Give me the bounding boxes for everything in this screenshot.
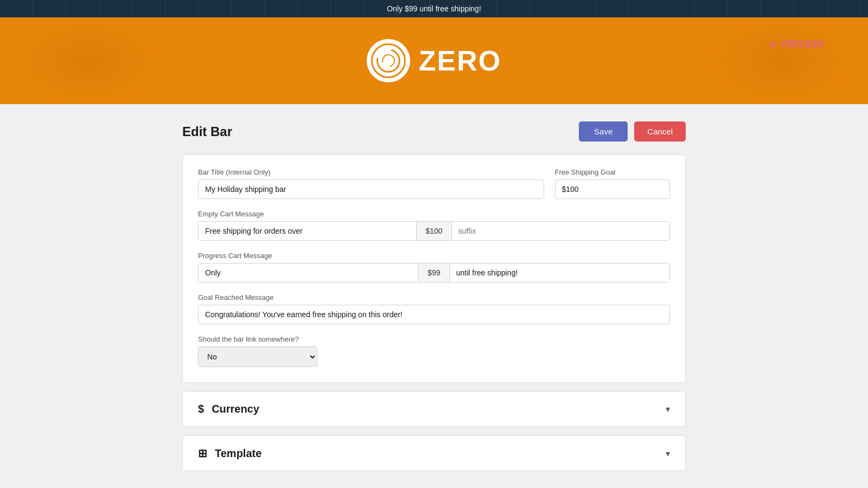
template-section: ⊞ Template ▾ (182, 435, 686, 471)
bar-title-label: Bar Title (Internal Only) (198, 168, 544, 176)
bar-title-group: Bar Title (Internal Only) (198, 168, 544, 199)
page-title: Edit Bar (182, 124, 232, 139)
store-logo: ZERO (367, 39, 501, 82)
template-chevron-icon: ▾ (666, 448, 670, 459)
currency-chevron-icon: ▾ (666, 404, 670, 414)
bar-link-select[interactable]: No Yes (198, 346, 317, 367)
bar-link-label: Should the bar link somewhere? (198, 335, 317, 343)
edit-bar-card: Bar Title (Internal Only) Free Shipping … (182, 155, 686, 383)
currency-title: $ Currency (198, 403, 259, 415)
free-shipping-goal-input[interactable] (555, 179, 671, 199)
empty-cart-label: Empty Cart Message (198, 210, 670, 218)
preview-badge: ↙ PREVIEW! (768, 37, 825, 50)
progress-cart-group: Progress Cart Message $99 (198, 252, 670, 282)
preview-label: PREVIEW! (782, 40, 825, 49)
currency-label: Currency (212, 403, 259, 415)
store-name: ZERO (419, 44, 501, 77)
template-title: ⊞ Template (198, 447, 261, 460)
logo-ring (372, 44, 405, 77)
empty-cart-fields: $100 (198, 221, 670, 241)
free-shipping-goal-label: Free Shipping Goal (555, 168, 671, 176)
progress-cart-prefix-input[interactable] (199, 264, 418, 282)
progress-cart-fields: $99 (198, 263, 670, 282)
goal-reached-input[interactable] (198, 305, 670, 324)
cancel-button[interactable]: Cancel (634, 121, 686, 142)
template-icon: ⊞ (198, 447, 207, 460)
empty-cart-prefix-input[interactable] (199, 222, 416, 240)
announcement-bar: Only $99 until free shipping! (0, 0, 868, 17)
preview-arrow-icon: ↙ (768, 37, 777, 50)
progress-cart-amount-badge: $99 (418, 264, 449, 282)
free-shipping-goal-group: Free Shipping Goal (555, 168, 671, 199)
logo-inner (371, 43, 406, 78)
dollar-sign-icon: $ (198, 403, 204, 415)
template-section-header[interactable]: ⊞ Template ▾ (183, 436, 685, 471)
progress-cart-suffix-input[interactable] (450, 264, 669, 282)
page-header: Edit Bar Save Cancel (182, 121, 686, 142)
bar-link-group: Should the bar link somewhere? No Yes (198, 335, 317, 367)
form-row-title-goal: Bar Title (Internal Only) Free Shipping … (198, 168, 670, 199)
logo-circle (367, 39, 410, 82)
progress-cart-label: Progress Cart Message (198, 252, 670, 260)
currency-section: $ Currency ▾ (182, 391, 686, 427)
save-button[interactable]: Save (579, 121, 628, 142)
goal-reached-group: Goal Reached Message (198, 293, 670, 324)
header-actions: Save Cancel (579, 121, 686, 142)
empty-cart-suffix-input[interactable] (452, 222, 669, 240)
empty-cart-amount-badge: $100 (416, 222, 451, 240)
empty-cart-group: Empty Cart Message $100 (198, 210, 670, 241)
main-content: Edit Bar Save Cancel Bar Title (Internal… (174, 104, 694, 488)
bar-title-input[interactable] (198, 179, 544, 199)
goal-reached-label: Goal Reached Message (198, 293, 670, 301)
announcement-text: Only $99 until free shipping! (387, 4, 481, 13)
currency-section-header[interactable]: $ Currency ▾ (183, 392, 685, 426)
store-header: ZERO ↙ PREVIEW! (0, 17, 868, 104)
template-label: Template (215, 447, 261, 460)
